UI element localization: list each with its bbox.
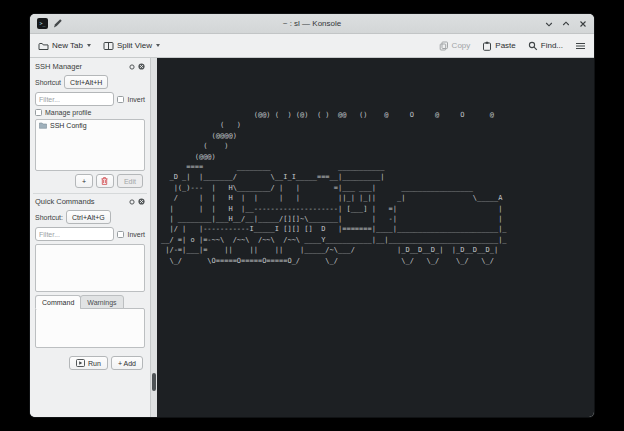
qc-shortcut-row: Shortcut: Ctrl+Alt+G bbox=[33, 210, 147, 224]
qc-filter-input[interactable] bbox=[35, 227, 114, 241]
close-button[interactable] bbox=[579, 20, 587, 28]
titlebar[interactable]: >_ ~ : sl — Konsole bbox=[30, 14, 594, 34]
qc-run-button[interactable]: Run bbox=[69, 356, 108, 370]
run-icon bbox=[76, 359, 85, 367]
terminal-display[interactable]: (@@) ( ) (@) ( ) @@ () @ O @ O @ ( ) (@@… bbox=[157, 58, 594, 417]
window-body: SSH Manager Shortcut bbox=[30, 58, 594, 417]
qc-filter-row: Invert bbox=[33, 227, 147, 241]
copy-button[interactable]: Copy bbox=[439, 41, 471, 51]
ssh-shortcut-button[interactable]: Ctrl+Alt+H bbox=[64, 75, 108, 89]
ssh-manager-title: SSH Manager bbox=[35, 62, 82, 71]
search-icon bbox=[528, 41, 538, 51]
manage-profile-checkbox[interactable] bbox=[35, 109, 42, 116]
new-tab-button[interactable]: New Tab bbox=[38, 41, 91, 51]
split-view-icon bbox=[103, 41, 114, 51]
paste-label: Paste bbox=[495, 41, 515, 50]
quick-commands-panel: Quick Commands Short bbox=[33, 193, 147, 413]
close-panel-button[interactable] bbox=[138, 63, 145, 70]
sidebar-scrollbar-track[interactable] bbox=[150, 58, 157, 417]
window-title: ~ : sl — Konsole bbox=[30, 19, 594, 28]
konsole-window: >_ ~ : sl — Konsole New Tab bbox=[30, 14, 594, 417]
manage-profile-label: Manage profile bbox=[45, 109, 91, 116]
menu-button[interactable] bbox=[575, 41, 586, 51]
new-tab-icon bbox=[38, 41, 49, 51]
ssh-actions-row: + Edit bbox=[33, 174, 147, 188]
trash-icon bbox=[101, 177, 108, 185]
tab-warnings[interactable]: Warnings bbox=[80, 295, 123, 309]
edit-indicator-icon bbox=[53, 19, 62, 28]
close-icon bbox=[138, 198, 145, 205]
copy-icon bbox=[439, 41, 449, 51]
tab-command[interactable]: Command bbox=[35, 295, 81, 309]
tree-item-label: SSH Config bbox=[50, 122, 87, 129]
qc-tabs: Command Warnings bbox=[33, 295, 147, 309]
qc-command-list[interactable] bbox=[35, 244, 145, 292]
paste-button[interactable]: Paste bbox=[482, 41, 515, 51]
ssh-shortcut-row: Shortcut Ctrl+Alt+H bbox=[33, 75, 147, 89]
tree-item-ssh-config[interactable]: SSH Config bbox=[36, 120, 144, 131]
qc-shortcut-label: Shortcut: bbox=[35, 214, 63, 221]
ssh-filter-row: Invert bbox=[33, 92, 147, 106]
float-panel-button[interactable] bbox=[129, 199, 135, 205]
qc-invert-label: Invert bbox=[127, 231, 145, 238]
sl-train-ascii-art: (@@) ( ) (@) ( ) @@ () @ O @ O @ ( ) (@@… bbox=[161, 110, 507, 266]
close-panel-button[interactable] bbox=[138, 198, 145, 205]
konsole-app-icon: >_ bbox=[37, 18, 48, 29]
ssh-delete-button[interactable] bbox=[96, 174, 114, 188]
minimize-button[interactable] bbox=[545, 20, 553, 28]
sidebar: SSH Manager Shortcut bbox=[30, 58, 150, 417]
qc-command-editor[interactable] bbox=[35, 308, 145, 348]
ssh-invert-checkbox[interactable] bbox=[117, 96, 124, 103]
float-panel-button[interactable] bbox=[129, 64, 135, 70]
sidebar-scrollbar-thumb[interactable] bbox=[152, 373, 156, 391]
find-label: Find... bbox=[541, 41, 563, 50]
ssh-manager-panel: SSH Manager Shortcut bbox=[33, 60, 147, 190]
quick-commands-title: Quick Commands bbox=[35, 197, 95, 206]
ssh-manage-profile-row: Manage profile bbox=[33, 109, 147, 116]
copy-label: Copy bbox=[452, 41, 471, 50]
ssh-add-button[interactable]: + bbox=[75, 174, 93, 188]
float-icon bbox=[129, 64, 135, 70]
ssh-edit-button[interactable]: Edit bbox=[117, 174, 143, 188]
ssh-manager-header[interactable]: SSH Manager bbox=[33, 60, 147, 73]
chevron-down-icon bbox=[156, 44, 160, 47]
ssh-filter-input[interactable] bbox=[35, 92, 114, 106]
chevron-down-icon bbox=[87, 44, 91, 47]
hamburger-menu-icon bbox=[575, 41, 586, 51]
maximize-button[interactable] bbox=[562, 20, 570, 28]
split-view-button[interactable]: Split View bbox=[103, 41, 160, 51]
quick-commands-header[interactable]: Quick Commands bbox=[33, 195, 147, 208]
qc-run-label: Run bbox=[88, 360, 101, 367]
qc-invert-checkbox[interactable] bbox=[117, 231, 124, 238]
folder-icon bbox=[39, 122, 47, 129]
paste-icon bbox=[482, 41, 492, 51]
find-button[interactable]: Find... bbox=[528, 41, 563, 51]
float-icon bbox=[129, 199, 135, 205]
qc-shortcut-button[interactable]: Ctrl+Alt+G bbox=[66, 210, 111, 224]
qc-add-button[interactable]: + Add bbox=[111, 356, 143, 370]
ssh-config-tree[interactable]: SSH Config bbox=[35, 119, 145, 171]
main-toolbar: New Tab Split View Copy Paste bbox=[30, 34, 594, 58]
close-icon bbox=[138, 63, 145, 70]
ssh-shortcut-label: Shortcut bbox=[35, 79, 61, 86]
new-tab-label: New Tab bbox=[52, 41, 83, 50]
ssh-invert-label: Invert bbox=[127, 96, 145, 103]
split-view-label: Split View bbox=[117, 41, 152, 50]
qc-actions-row: Run + Add bbox=[33, 356, 147, 370]
